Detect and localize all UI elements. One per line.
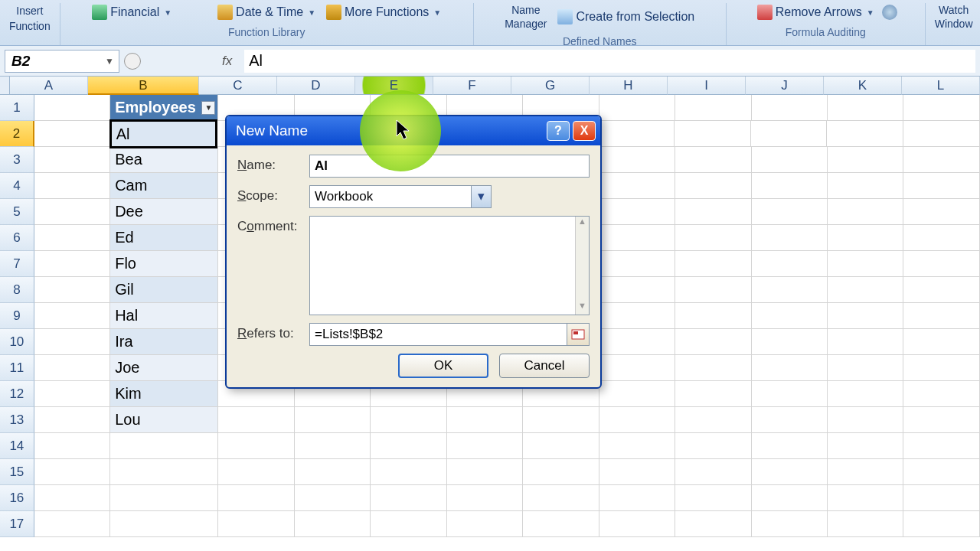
scope-select[interactable]: Workbook ▾: [309, 185, 492, 208]
cell-I2[interactable]: [675, 121, 751, 147]
cell-L9[interactable]: [903, 303, 979, 329]
cell-I12[interactable]: [675, 381, 751, 407]
column-header-A[interactable]: A: [10, 77, 88, 95]
cell-A8[interactable]: [34, 277, 110, 303]
cell-H17[interactable]: [599, 511, 675, 537]
cell-A17[interactable]: [34, 511, 110, 537]
cell-I4[interactable]: [675, 173, 751, 199]
cell-A7[interactable]: [34, 251, 110, 277]
cell-A1[interactable]: [34, 95, 110, 121]
cell-E16[interactable]: [371, 485, 446, 511]
cell-C15[interactable]: [218, 459, 294, 485]
cell-B11[interactable]: Joe: [110, 355, 218, 381]
cell-J17[interactable]: [752, 511, 828, 537]
cell-I17[interactable]: [675, 511, 751, 537]
cell-I13[interactable]: [675, 407, 751, 433]
cell-B5[interactable]: Dee: [110, 199, 218, 225]
column-header-L[interactable]: L: [902, 77, 980, 95]
cell-B1[interactable]: Employees▼: [110, 95, 218, 121]
column-header-B[interactable]: B: [88, 77, 199, 95]
cell-A6[interactable]: [34, 225, 110, 251]
cell-L4[interactable]: [903, 173, 979, 199]
row-header-4[interactable]: 4: [0, 173, 34, 199]
create-from-selection-button[interactable]: Create from Selection: [554, 8, 697, 26]
cell-C14[interactable]: [218, 433, 294, 459]
close-button[interactable]: X: [573, 121, 596, 141]
cell-L1[interactable]: [903, 95, 979, 121]
cell-H3[interactable]: [599, 147, 675, 173]
cell-K6[interactable]: [828, 225, 903, 251]
cell-L8[interactable]: [903, 277, 979, 303]
cell-K13[interactable]: [828, 407, 903, 433]
row-header-17[interactable]: 17: [0, 511, 34, 537]
cell-A16[interactable]: [34, 485, 110, 511]
circular-icon[interactable]: [882, 5, 897, 20]
cell-I14[interactable]: [675, 433, 751, 459]
cell-H9[interactable]: [599, 303, 675, 329]
cell-I10[interactable]: [675, 329, 751, 355]
cancel-formula-icon[interactable]: [124, 53, 141, 70]
cell-K2[interactable]: [827, 121, 903, 147]
cell-G13[interactable]: [523, 407, 599, 433]
cell-J5[interactable]: [752, 199, 828, 225]
cell-L7[interactable]: [903, 251, 979, 277]
cell-H6[interactable]: [599, 225, 675, 251]
cancel-button[interactable]: Cancel: [499, 354, 590, 378]
cell-J14[interactable]: [752, 433, 828, 459]
cell-B9[interactable]: Hal: [110, 303, 218, 329]
formula-input[interactable]: [244, 50, 975, 73]
cell-J1[interactable]: [752, 95, 828, 121]
cell-J7[interactable]: [752, 251, 828, 277]
cell-D13[interactable]: [295, 407, 371, 433]
cell-L15[interactable]: [903, 459, 979, 485]
cell-J13[interactable]: [752, 407, 828, 433]
cell-A14[interactable]: [34, 433, 110, 459]
collapse-dialog-button[interactable]: [567, 323, 590, 346]
row-header-16[interactable]: 16: [0, 485, 34, 511]
row-header-9[interactable]: 9: [0, 303, 34, 329]
cell-G16[interactable]: [523, 485, 599, 511]
cell-I15[interactable]: [675, 459, 751, 485]
cell-H10[interactable]: [599, 329, 675, 355]
cell-D17[interactable]: [295, 511, 371, 537]
row-header-10[interactable]: 10: [0, 329, 34, 355]
row-header-7[interactable]: 7: [0, 251, 34, 277]
name-manager-button[interactable]: NameManager: [501, 3, 550, 31]
row-header-1[interactable]: 1: [0, 95, 34, 121]
ok-button[interactable]: OK: [398, 354, 488, 378]
cell-A15[interactable]: [34, 459, 110, 485]
cell-J10[interactable]: [752, 329, 828, 355]
cell-A13[interactable]: [34, 407, 110, 433]
filter-button[interactable]: ▼: [201, 101, 215, 115]
cell-B2[interactable]: Al: [109, 119, 218, 148]
column-header-C[interactable]: C: [199, 77, 277, 95]
cell-J3[interactable]: [752, 147, 828, 173]
row-header-13[interactable]: 13: [0, 407, 34, 433]
more-functions-button[interactable]: More Functions▼: [323, 3, 444, 21]
cell-K10[interactable]: [828, 329, 903, 355]
cell-A12[interactable]: [34, 381, 110, 407]
cell-C17[interactable]: [218, 511, 294, 537]
cell-H14[interactable]: [599, 433, 675, 459]
cell-I1[interactable]: [675, 95, 751, 121]
cell-E14[interactable]: [371, 433, 446, 459]
cell-I16[interactable]: [675, 485, 751, 511]
cell-K8[interactable]: [828, 277, 903, 303]
column-header-D[interactable]: D: [277, 77, 355, 95]
cell-H16[interactable]: [599, 485, 675, 511]
row-header-12[interactable]: 12: [0, 381, 34, 407]
cell-K16[interactable]: [828, 485, 903, 511]
cell-L2[interactable]: [903, 121, 980, 147]
scroll-down-icon[interactable]: ▼: [576, 301, 589, 315]
fx-icon[interactable]: fx: [222, 54, 232, 69]
cell-K12[interactable]: [828, 381, 903, 407]
cell-I5[interactable]: [675, 199, 751, 225]
cell-F14[interactable]: [447, 433, 523, 459]
cell-D16[interactable]: [295, 485, 371, 511]
cell-H15[interactable]: [599, 459, 675, 485]
row-header-14[interactable]: 14: [0, 433, 34, 459]
cell-E15[interactable]: [371, 459, 446, 485]
cell-B7[interactable]: Flo: [110, 251, 218, 277]
cell-K9[interactable]: [828, 303, 903, 329]
cell-B8[interactable]: Gil: [110, 277, 218, 303]
